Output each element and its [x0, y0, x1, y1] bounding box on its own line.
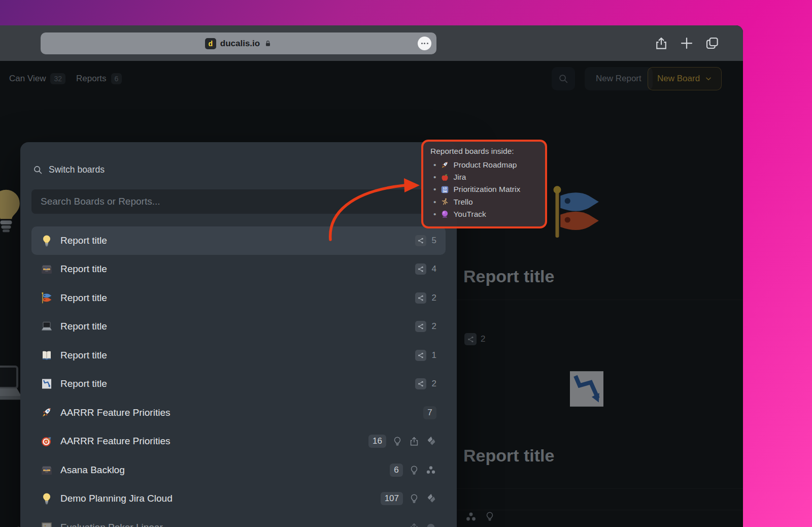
browser-window: d ducalis.io Can View 32 Reports 6 New R…	[0, 25, 743, 527]
bullet: •	[433, 160, 436, 170]
board-row-title: Report title	[60, 264, 107, 275]
tooltip-item: • Trello	[430, 196, 538, 208]
switch-boards-modal: Switch boards Report title 5 Report titl…	[20, 142, 457, 527]
tab-overview-icon[interactable]	[704, 36, 720, 51]
board-row[interactable]: AARRR Feature Priorities 7	[31, 399, 446, 427]
bullet: •	[433, 173, 436, 182]
shared-reports-icon	[415, 350, 426, 361]
framed-picture-emoji-icon	[41, 521, 53, 527]
share-count: 4	[432, 264, 436, 274]
bullet: •	[433, 185, 436, 194]
lightbulb-icon	[409, 465, 420, 476]
tooltip-item-label: Product Roadmap	[453, 160, 517, 170]
board-row-title: Report title	[60, 321, 107, 332]
board-row-title: Report title	[60, 350, 107, 361]
shared-reports-icon	[415, 292, 426, 304]
tooltip-item: • Jira	[430, 171, 538, 183]
bullet: •	[433, 210, 436, 219]
share-count: 2	[432, 321, 436, 332]
issues-count-badge: 7	[423, 406, 436, 419]
apple-emoji-icon	[441, 173, 449, 182]
export-icon	[409, 436, 420, 447]
page-content: Can View 32 Reports 6 New Report New Boa…	[0, 61, 743, 527]
share-count: 5	[432, 236, 436, 246]
asana-icon	[425, 465, 436, 476]
board-row-title: AARRR Feature Priorities	[60, 436, 170, 447]
share-count: 2	[432, 379, 436, 389]
carp-streamer-emoji-icon	[41, 292, 53, 304]
url-text: ducalis.io	[220, 39, 260, 49]
issues-count-badge: 16	[368, 435, 386, 448]
card-file-box-emoji-icon	[41, 464, 53, 476]
board-row[interactable]: Report title 2	[31, 370, 446, 398]
board-row-title: Asana Backlog	[60, 465, 125, 476]
board-row[interactable]: AARRR Feature Priorities 16	[31, 427, 446, 455]
open-book-emoji-icon	[41, 349, 53, 361]
search-boards-input[interactable]	[31, 189, 446, 214]
card-file-box-emoji-icon	[41, 263, 53, 275]
tooltip-item-label: Trello	[453, 197, 472, 207]
site-favicon: d	[205, 38, 216, 49]
board-row[interactable]: Report title 2	[31, 284, 446, 312]
crystal-ball-emoji-icon	[441, 210, 449, 218]
target-emoji-icon	[41, 435, 53, 447]
modal-title: Switch boards	[49, 164, 105, 175]
linear-icon	[425, 522, 436, 527]
issues-count-badge: 107	[381, 492, 403, 505]
chart-decreasing-emoji-icon	[41, 378, 53, 390]
runner-emoji-icon	[441, 197, 449, 206]
laptop-emoji-icon	[41, 320, 53, 333]
board-row[interactable]: Report title 1	[31, 341, 446, 370]
board-row-title: Report title	[60, 235, 107, 246]
lock-icon	[264, 40, 272, 48]
search-icon	[32, 164, 43, 175]
bulb-emoji-icon	[41, 492, 53, 505]
tooltip-item: • Prioritization Matrix	[430, 183, 538, 195]
address-bar[interactable]: d ducalis.io	[41, 32, 436, 54]
board-row[interactable]: Report title 4	[31, 255, 446, 283]
share-count: 2	[432, 293, 436, 303]
board-row[interactable]: Asana Backlog 6	[31, 456, 446, 484]
reported-boards-tooltip: Reported boards inside: • Product Roadma…	[421, 140, 547, 228]
board-row[interactable]: Evaluation Poker Linear	[31, 513, 446, 527]
board-row-title: AARRR Feature Priorities	[60, 407, 170, 418]
share-page-icon[interactable]	[654, 36, 669, 51]
tooltip-item-label: YouTrack	[453, 210, 486, 219]
tooltip-item: • YouTrack	[430, 208, 538, 220]
rocket-emoji-icon	[441, 161, 449, 170]
rocket-emoji-icon	[41, 407, 53, 419]
shared-reports-icon	[415, 264, 426, 275]
share-count: 1	[432, 350, 436, 360]
lightbulb-icon	[409, 493, 420, 504]
jira-icon	[425, 436, 436, 447]
shared-reports-icon	[415, 378, 426, 389]
lightbulb-icon	[392, 436, 403, 447]
tooltip-item-label: Jira	[453, 173, 466, 182]
export-icon	[409, 522, 420, 527]
issues-count-badge: 6	[390, 464, 403, 477]
tooltip-item: • Product Roadmap	[430, 159, 538, 171]
board-row[interactable]: Report title 2	[31, 312, 446, 341]
modal-header: Switch boards	[32, 164, 105, 175]
board-row[interactable]: Demo Planning Jira Cloud 107	[31, 484, 446, 513]
board-row-title: Evaluation Poker Linear	[60, 522, 163, 527]
board-row[interactable]: Report title 5	[31, 226, 446, 255]
board-row-title: Demo Planning Jira Cloud	[60, 493, 173, 504]
tooltip-item-label: Prioritization Matrix	[453, 185, 520, 194]
shared-reports-icon	[415, 321, 426, 332]
tooltip-title: Reported boards inside:	[430, 147, 538, 156]
shared-reports-icon	[415, 235, 426, 246]
jira-icon	[425, 493, 436, 504]
bulb-emoji-icon	[41, 235, 53, 247]
reader-options-button[interactable]	[418, 37, 431, 50]
bullet: •	[433, 197, 436, 207]
input-numbers-emoji-icon	[441, 185, 449, 194]
new-tab-icon[interactable]	[679, 36, 694, 51]
browser-toolbar: d ducalis.io	[0, 25, 743, 61]
board-row-title: Report title	[60, 292, 107, 304]
board-row-title: Report title	[60, 378, 107, 389]
